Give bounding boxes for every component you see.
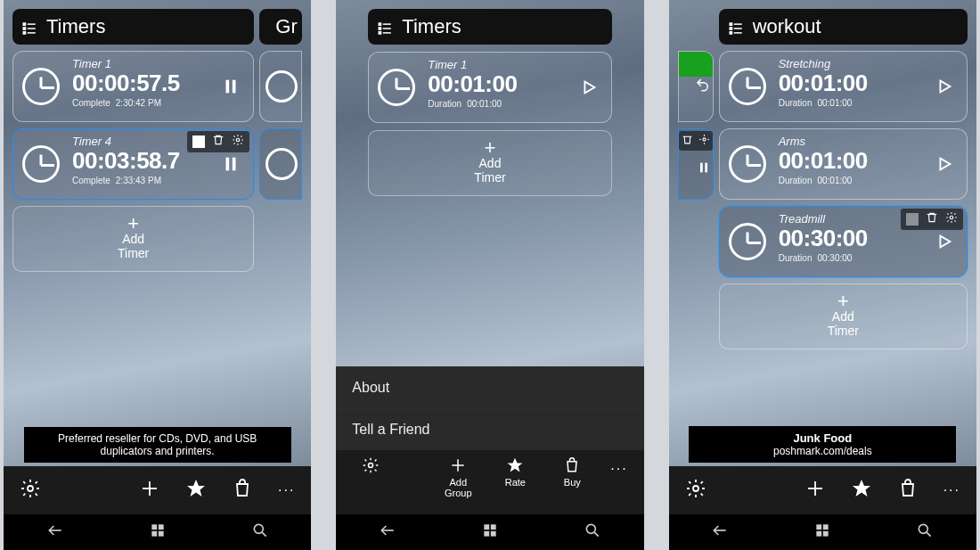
phone-screen-3: workout Stretching 00:01:00 Duration00:0… — [669, 0, 976, 550]
more-button[interactable]: ··· — [610, 461, 627, 477]
settings-button[interactable] — [20, 478, 41, 503]
timer-meta: Duration00:01:00 — [779, 176, 958, 185]
rate-button[interactable] — [851, 478, 872, 503]
search-button[interactable] — [584, 521, 601, 543]
search-button[interactable] — [251, 521, 269, 543]
svg-rect-6 — [226, 80, 230, 94]
column-header[interactable]: Timers — [12, 9, 254, 45]
column-title: Timers — [46, 15, 105, 38]
buy-button[interactable]: Buy — [553, 456, 591, 488]
app-bar: ··· — [669, 466, 976, 514]
svg-rect-7 — [233, 80, 236, 94]
svg-point-26 — [254, 524, 263, 533]
settings-button[interactable] — [685, 478, 706, 503]
list-icon — [377, 19, 393, 35]
phone-screen-2: Timers Timer 1 00:01:00 Duration00:01:00… — [336, 0, 643, 550]
timer-meta: Complete2:33:43 PM — [72, 176, 244, 185]
timer-title: Stretching — [779, 57, 958, 70]
peek-timer-card[interactable] — [678, 128, 714, 200]
more-button[interactable]: ··· — [943, 482, 960, 498]
system-nav — [4, 514, 311, 550]
peek-timer-card[interactable] — [259, 128, 302, 200]
rate-button[interactable]: Rate — [496, 456, 534, 488]
timers-column: Timers Timer 1 00:01:00 Duration00:01:00… — [368, 9, 611, 196]
next-column-peek[interactable]: Gr — [259, 9, 302, 272]
home-button[interactable] — [481, 521, 499, 543]
content-area: workout Stretching 00:01:00 Duration00:0… — [669, 0, 976, 466]
more-button[interactable]: ··· — [278, 482, 295, 498]
svg-point-35 — [369, 464, 373, 468]
svg-rect-9 — [226, 158, 230, 171]
search-button[interactable] — [916, 521, 934, 543]
add-timer-button[interactable]: + Add Timer — [368, 130, 611, 196]
menu-about[interactable]: About — [336, 366, 643, 408]
home-button[interactable] — [149, 521, 167, 543]
back-button[interactable] — [711, 521, 729, 543]
add-group-button[interactable]: Add Group — [439, 456, 477, 498]
svg-point-46 — [703, 138, 706, 141]
delete-button[interactable] — [682, 133, 693, 149]
rate-button[interactable] — [185, 478, 207, 503]
timer-card[interactable]: Timer 1 00:01:00 Duration00:01:00 — [368, 52, 611, 123]
clock-icon — [378, 69, 415, 106]
undo-icon[interactable] — [695, 77, 711, 96]
play-button[interactable] — [935, 232, 954, 251]
add-button[interactable] — [139, 478, 160, 503]
workout-column: workout Stretching 00:01:00 Duration00:0… — [719, 9, 968, 349]
settings-button[interactable] — [352, 456, 389, 475]
svg-rect-2 — [23, 28, 25, 29]
timer-card-selected[interactable]: Treadmill 00:30:00 Duration00:30:00 — [719, 206, 968, 277]
column-header[interactable]: workout — [719, 9, 968, 45]
svg-rect-41 — [491, 524, 496, 529]
list-icon — [728, 19, 744, 35]
timer-meta: Complete2:30:42 PM — [72, 98, 244, 108]
buy-button[interactable] — [897, 478, 919, 503]
svg-rect-49 — [730, 23, 731, 25]
svg-rect-47 — [700, 163, 703, 173]
appbar-label: Buy — [564, 477, 581, 488]
add-timer-button[interactable]: + Add Timer — [12, 206, 254, 272]
svg-rect-48 — [705, 163, 707, 173]
back-button[interactable] — [46, 521, 64, 543]
play-button[interactable] — [579, 78, 599, 97]
menu-tell-friend[interactable]: Tell a Friend — [336, 408, 643, 450]
svg-rect-51 — [730, 28, 731, 29]
play-button[interactable] — [935, 154, 954, 174]
pause-button[interactable] — [221, 77, 241, 96]
clock-icon — [729, 145, 766, 183]
timer-card-selected[interactable]: Timer 4 00:03:58.7 Complete2:33:43 PM — [12, 128, 254, 200]
svg-rect-0 — [23, 23, 25, 25]
ad-banner[interactable]: Preferred reseller for CDs, DVD, and USB… — [24, 427, 291, 463]
svg-line-27 — [262, 532, 266, 537]
timer-meta: Duration00:30:00 — [779, 253, 958, 263]
svg-rect-40 — [484, 524, 489, 529]
system-nav — [669, 514, 976, 550]
timers-column: Timers Timer 1 00:00:57.5 Complete2:30:4… — [12, 9, 254, 272]
timer-card[interactable]: Timer 1 00:00:57.5 Complete2:30:42 PM — [12, 51, 254, 122]
timer-meta: Duration00:01:00 — [779, 98, 958, 108]
peek-timer-card[interactable] — [678, 51, 714, 122]
timer-title: Timer 1 — [428, 58, 601, 71]
column-header-peek[interactable]: Gr — [259, 9, 302, 45]
svg-marker-56 — [940, 159, 950, 170]
timer-card[interactable]: Arms 00:01:00 Duration00:01:00 — [719, 128, 968, 200]
app-bar: ··· — [4, 466, 311, 514]
add-button[interactable] — [804, 478, 826, 503]
ad-banner[interactable]: Junk Food poshmark.com/deals — [689, 426, 956, 463]
buy-button[interactable] — [232, 478, 253, 503]
play-button[interactable] — [935, 77, 954, 96]
pause-button[interactable] — [221, 154, 241, 174]
prev-column-peek[interactable] — [678, 9, 714, 349]
timer-title: Treadmill — [779, 212, 958, 226]
add-timer-button[interactable]: + Add Timer — [719, 283, 968, 349]
pause-icon[interactable] — [697, 160, 711, 178]
settings-button[interactable] — [698, 133, 710, 149]
column-header[interactable]: Timers — [368, 9, 611, 45]
back-button[interactable] — [379, 521, 396, 543]
home-button[interactable] — [813, 521, 831, 543]
peek-timer-card[interactable] — [259, 51, 302, 122]
svg-rect-66 — [817, 531, 822, 537]
plus-icon: + — [13, 216, 253, 232]
svg-marker-20 — [187, 480, 205, 497]
timer-card[interactable]: Stretching 00:01:00 Duration00:01:00 — [719, 51, 968, 122]
